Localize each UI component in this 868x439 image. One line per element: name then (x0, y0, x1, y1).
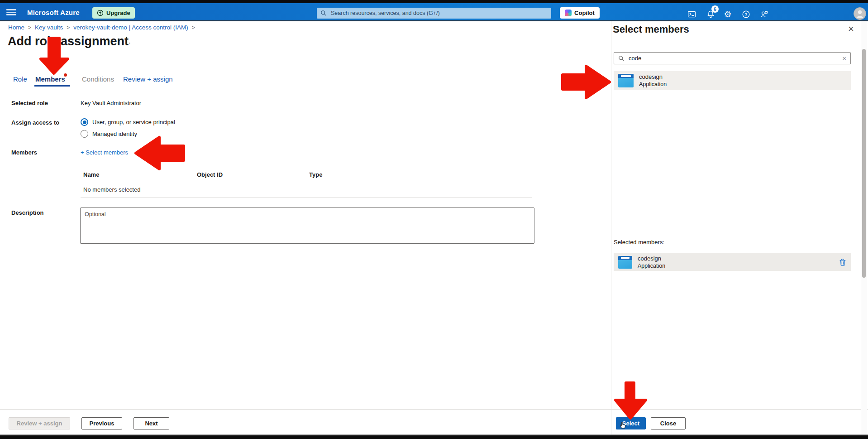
hamburger-bar (6, 12, 16, 13)
annotation-arrow-down-select-button (615, 383, 646, 418)
feedback-icon[interactable] (758, 9, 769, 19)
title-overflow-menu[interactable]: ··· (122, 39, 132, 46)
hamburger-bar (6, 14, 16, 15)
annotation-arrow-left-select-members (136, 137, 184, 169)
result-name: codesign (639, 73, 667, 81)
panel-close-button[interactable]: Close (651, 417, 686, 429)
search-icon (618, 55, 625, 62)
breadcrumb-separator: > (192, 24, 195, 31)
breadcrumb-home[interactable]: Home (8, 24, 24, 31)
tab-review-assign[interactable]: Review + assign (123, 75, 173, 83)
selected-role-value: Key Vault Administrator (81, 100, 141, 106)
member-search-input[interactable] (628, 54, 839, 62)
application-icon (618, 256, 632, 269)
tab-members[interactable]: Members (35, 75, 65, 83)
table-divider (81, 198, 532, 198)
panel-scrollbar-thumb[interactable] (862, 49, 866, 278)
assign-access-label: Assign access to (11, 119, 59, 126)
selected-member-name: codesign (638, 255, 665, 262)
previous-button[interactable]: Previous (81, 417, 122, 429)
breadcrumb: Home > Key vaults > verokey-vault-demo |… (8, 24, 195, 31)
window-bottom-edge (0, 435, 868, 439)
tab-conditions[interactable]: Conditions (82, 75, 114, 83)
radio-managed-identity[interactable]: Managed identity (81, 130, 137, 138)
radio-unselected-icon (81, 130, 88, 138)
upgrade-arrow-icon (97, 10, 104, 16)
table-header-name: Name (83, 171, 99, 178)
breadcrumb-separator: > (28, 24, 31, 31)
top-bar: Microsoft Azure Upgrade Copilot 6 ⚙ ? (0, 3, 868, 21)
radio-label: Managed identity (92, 130, 137, 137)
brand-title[interactable]: Microsoft Azure (27, 9, 80, 16)
table-header-type: Type (309, 171, 322, 178)
search-result-codesign[interactable]: codesign Application (614, 71, 851, 90)
azure-portal-window: Microsoft Azure Upgrade Copilot 6 ⚙ ? (0, 0, 868, 439)
hamburger-menu-icon[interactable] (6, 9, 16, 15)
radio-label: User, group, or service principal (92, 119, 175, 125)
global-search-box[interactable] (317, 8, 551, 19)
selected-members-label: Selected members: (614, 239, 664, 246)
upgrade-label: Upgrade (106, 10, 130, 16)
table-divider (81, 181, 532, 181)
table-empty-row: No members selected (83, 186, 140, 193)
selected-member-codesign: codesign Application (614, 253, 851, 271)
annotation-arrow-right-search-result (563, 66, 610, 98)
window-top-edge (0, 0, 868, 3)
description-field-wrap (80, 207, 534, 244)
global-search-input[interactable] (330, 10, 548, 17)
page-title: Add role assignment (8, 34, 129, 48)
settings-gear-icon[interactable]: ⚙ (722, 9, 733, 19)
breadcrumb-key-vaults[interactable]: Key vaults (35, 24, 63, 31)
hamburger-bar (6, 9, 16, 10)
tab-role[interactable]: Role (13, 75, 27, 83)
active-tab-underline (34, 85, 70, 87)
result-type: Application (639, 81, 667, 88)
cloud-shell-icon[interactable] (686, 9, 697, 19)
help-icon[interactable]: ? (740, 9, 751, 19)
panel-title: Select members (613, 24, 689, 35)
copilot-button[interactable]: Copilot (560, 7, 600, 19)
selected-member-type: Application (638, 262, 665, 270)
radio-selected-icon (81, 118, 88, 126)
panel-close-icon[interactable]: × (848, 24, 854, 34)
description-label: Description (11, 209, 44, 216)
footer-divider (0, 409, 868, 410)
select-members-link[interactable]: + Select members (81, 149, 128, 156)
members-label: Members (11, 149, 37, 156)
member-search-box[interactable]: × (614, 52, 851, 64)
application-icon (618, 74, 634, 87)
member-texts: codesign Application (639, 73, 667, 88)
breadcrumb-vault-iam[interactable]: verokey-vault-demo | Access control (IAM… (73, 24, 188, 31)
member-texts: codesign Application (638, 255, 665, 270)
copilot-label: Copilot (574, 10, 595, 16)
description-textarea[interactable] (80, 207, 534, 244)
next-button[interactable]: Next (134, 417, 169, 429)
radio-user-group-service-principal[interactable]: User, group, or service principal (81, 118, 175, 126)
search-icon (320, 10, 327, 16)
clear-search-icon[interactable]: × (842, 55, 846, 62)
cursor-hand-icon (618, 420, 626, 431)
table-header-object-id: Object ID (197, 171, 223, 178)
remove-member-trash-icon[interactable] (839, 258, 846, 266)
members-tab-badge-dot (64, 73, 67, 77)
upgrade-button[interactable]: Upgrade (92, 7, 135, 19)
breadcrumb-separator: > (67, 24, 70, 31)
panel-left-divider (611, 21, 611, 434)
review-assign-button[interactable]: Review + assign (9, 417, 70, 429)
copilot-logo-icon (565, 10, 572, 16)
notification-count-badge: 6 (711, 5, 719, 13)
selected-role-label: Selected role (11, 100, 48, 106)
svg-text:?: ? (744, 12, 747, 17)
account-avatar[interactable] (854, 7, 866, 20)
